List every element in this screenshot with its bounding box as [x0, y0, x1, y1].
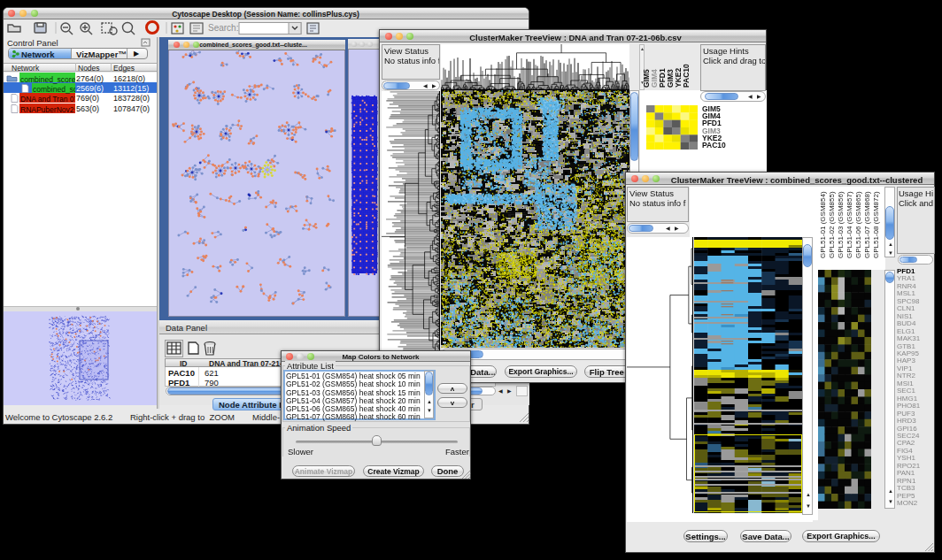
svg-text:Search:: Search:	[208, 23, 238, 33]
